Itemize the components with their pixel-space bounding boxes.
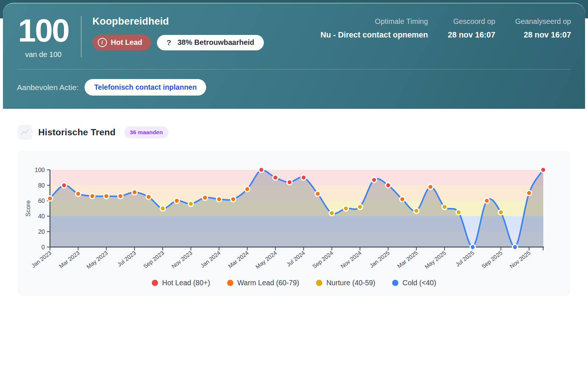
- header-divider: [17, 69, 571, 69]
- schedule-call-button[interactable]: Telefonisch contact inplannen: [85, 79, 206, 96]
- y-tick-label: 80: [38, 182, 45, 189]
- y-axis-title: Score: [25, 200, 32, 217]
- legend-item: Nurture (40-59): [316, 279, 375, 287]
- x-tick-label: Mar 2025: [396, 250, 419, 269]
- data-point[interactable]: [470, 244, 475, 250]
- legend-label: Nurture (40-59): [326, 279, 375, 287]
- data-point[interactable]: [527, 190, 532, 196]
- data-point[interactable]: [76, 191, 81, 196]
- content-area: Historische Trend 36 maanden 02040608010…: [3, 109, 585, 296]
- x-tick-label: Jul 2024: [285, 250, 306, 268]
- stat-value: 28 nov 16:07: [515, 31, 571, 40]
- recommended-action-label: Aanbevolen Actie:: [17, 83, 79, 92]
- data-point[interactable]: [104, 193, 109, 199]
- legend-label: Cold (<40): [402, 279, 436, 287]
- y-tick-label: 60: [38, 197, 45, 204]
- header-stats: Optimale Timing Nu - Direct contact opne…: [320, 13, 571, 40]
- x-tick-label: Jul 2023: [116, 250, 137, 268]
- score-block: 100 van de 100: [17, 13, 72, 59]
- info-icon: i: [98, 38, 107, 47]
- data-point[interactable]: [188, 201, 193, 206]
- data-point[interactable]: [400, 197, 405, 202]
- data-point[interactable]: [484, 198, 490, 203]
- data-point[interactable]: [372, 177, 377, 182]
- y-tick-label: 20: [38, 228, 45, 235]
- data-point[interactable]: [343, 206, 348, 211]
- legend-dot-icon: [152, 280, 158, 286]
- trend-chart[interactable]: 020406080100ScoreJan 2023Mar 2023May 202…: [18, 151, 576, 276]
- data-point[interactable]: [287, 180, 292, 185]
- data-point[interactable]: [132, 190, 137, 195]
- stat-optimal-timing: Optimale Timing Nu - Direct contact opne…: [320, 17, 428, 40]
- confidence-badge-label: 38% Betrouwbaarheid: [178, 38, 254, 47]
- x-tick-label: May 2024: [254, 250, 278, 270]
- data-point[interactable]: [160, 206, 165, 211]
- y-tick-label: 0: [42, 244, 45, 250]
- legend-item: Hot Lead (80+): [152, 279, 210, 287]
- stat-analyzed-on: Geanalyseerd op 28 nov 16:07: [515, 17, 571, 40]
- x-tick-label: Nov 2024: [340, 250, 363, 269]
- data-point[interactable]: [414, 208, 419, 213]
- data-point[interactable]: [118, 193, 123, 199]
- data-point[interactable]: [273, 175, 278, 180]
- trend-chart-card: 020406080100ScoreJan 2023Mar 2023May 202…: [18, 151, 570, 296]
- chart-legend: Hot Lead (80+)Warm Lead (60-79)Nurture (…: [18, 276, 570, 296]
- data-point[interactable]: [216, 197, 222, 202]
- x-tick-label: Jan 2025: [368, 250, 391, 269]
- x-tick-label: Sep 2024: [311, 250, 334, 269]
- hot-lead-badge: i Hot Lead: [93, 35, 151, 50]
- trend-section-title: Historische Trend: [38, 127, 115, 137]
- x-tick-label: Sep 2023: [142, 250, 165, 269]
- x-tick-label: May 2025: [423, 250, 447, 270]
- y-tick-label: 100: [35, 167, 45, 173]
- data-point[interactable]: [541, 167, 546, 172]
- data-point[interactable]: [315, 191, 320, 196]
- stat-label: Gescoord op: [448, 17, 495, 26]
- y-tick-label: 40: [38, 213, 45, 219]
- data-point[interactable]: [512, 244, 517, 250]
- legend-label: Hot Lead (80+): [162, 279, 210, 287]
- legend-item: Cold (<40): [392, 279, 436, 287]
- x-tick-label: Nov 2025: [509, 250, 532, 269]
- legend-dot-icon: [227, 280, 233, 286]
- vertical-divider: [81, 16, 82, 57]
- x-tick-label: Jan 2024: [199, 250, 222, 269]
- data-point[interactable]: [386, 183, 391, 188]
- x-tick-label: Mar 2023: [58, 250, 80, 269]
- trend-period-badge: 36 maanden: [124, 126, 168, 138]
- stat-value: 28 nov 16:07: [448, 31, 495, 40]
- stat-scored-on: Gescoord op 28 nov 16:07: [448, 17, 495, 40]
- x-tick-label: Nov 2023: [171, 250, 194, 269]
- data-point[interactable]: [174, 198, 179, 203]
- confidence-badge[interactable]: ? 38% Betrouwbaarheid: [157, 35, 264, 50]
- title-block: Koopbereidheid i Hot Lead ? 38% Betrouwb…: [93, 13, 264, 50]
- data-point[interactable]: [301, 175, 306, 180]
- x-tick-label: Mar 2024: [227, 250, 250, 269]
- lead-score-card: 100 van de 100 Koopbereidheid i Hot Lead…: [3, 3, 585, 386]
- data-point[interactable]: [245, 187, 250, 192]
- data-point[interactable]: [61, 183, 67, 188]
- data-point[interactable]: [428, 184, 433, 189]
- data-point[interactable]: [202, 195, 208, 200]
- x-tick-label: Jan 2023: [30, 250, 53, 269]
- data-point[interactable]: [329, 211, 334, 216]
- data-point[interactable]: [90, 193, 95, 199]
- data-point[interactable]: [47, 196, 53, 201]
- data-point[interactable]: [230, 197, 236, 202]
- x-tick-label: Jul 2025: [454, 250, 475, 268]
- data-point[interactable]: [442, 204, 447, 210]
- data-point[interactable]: [498, 210, 503, 215]
- data-point[interactable]: [358, 204, 363, 210]
- data-point[interactable]: [456, 210, 461, 215]
- legend-label: Warm Lead (60-79): [237, 279, 299, 287]
- trend-chart-icon: [18, 125, 32, 140]
- x-tick-label: Sep 2025: [480, 250, 503, 269]
- data-point[interactable]: [259, 167, 264, 172]
- stat-label: Geanalyseerd op: [515, 17, 571, 26]
- stat-value: Nu - Direct contact opnemen: [320, 31, 428, 40]
- legend-dot-icon: [392, 280, 398, 286]
- x-tick-label: May 2023: [85, 250, 109, 270]
- legend-dot-icon: [316, 280, 322, 286]
- score-subtitle: van de 100: [18, 50, 69, 59]
- data-point[interactable]: [146, 194, 151, 200]
